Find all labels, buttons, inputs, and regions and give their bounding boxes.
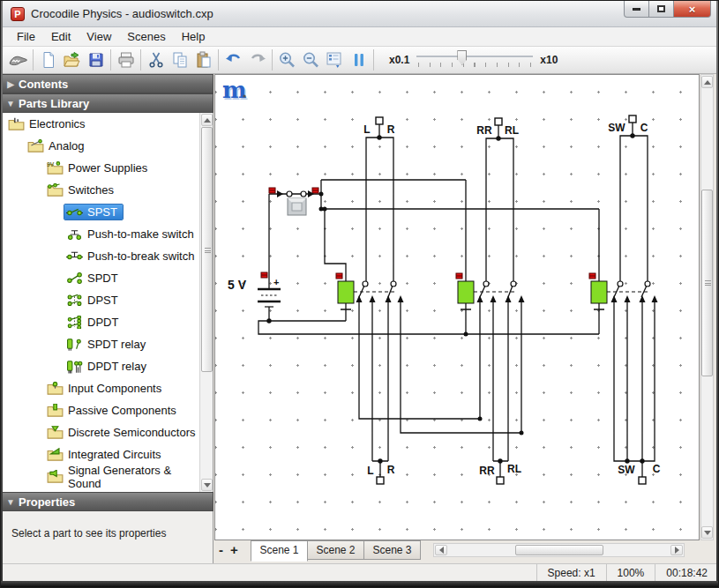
tree-item-label: Push-to-make switch bbox=[87, 227, 194, 241]
toolbar-separator bbox=[33, 49, 34, 71]
open-file-icon[interactable] bbox=[60, 48, 84, 71]
zoom-out-icon[interactable] bbox=[299, 48, 323, 71]
contact-arrow bbox=[356, 295, 658, 302]
tree-item-dpdt-relay[interactable]: DPDT relay bbox=[3, 355, 213, 377]
scrollbar-thumb[interactable] bbox=[515, 545, 603, 555]
svg-text:9V: 9V bbox=[47, 161, 55, 167]
zoom-minus-button[interactable]: - bbox=[214, 542, 228, 557]
tree-item-analog[interactable]: Analog bbox=[3, 135, 213, 157]
tree-item-power-supplies[interactable]: 9V Power Supplies bbox=[3, 157, 213, 179]
speed-slider[interactable] bbox=[416, 49, 533, 71]
tree-item-input-components[interactable]: Input Components bbox=[3, 377, 213, 399]
zoom-plus-button[interactable]: + bbox=[228, 542, 241, 557]
speed-max-label: x10 bbox=[540, 54, 558, 66]
tree-item-switches[interactable]: Switches bbox=[3, 179, 213, 201]
canvas-vertical-scrollbar[interactable] bbox=[700, 74, 714, 540]
toolbar-separator bbox=[110, 49, 111, 71]
tab-scene-3[interactable]: Scene 3 bbox=[363, 540, 421, 560]
crocodile-icon[interactable] bbox=[6, 48, 30, 71]
tree-item-spdt-relay[interactable]: SPDT relay bbox=[3, 333, 213, 355]
tree-item-discrete-semiconductors[interactable]: Discrete Semiconductors bbox=[3, 421, 213, 443]
tree-item-electronics[interactable]: Electronics bbox=[3, 113, 213, 135]
circuit-canvas[interactable]: m m + 5 V bbox=[214, 74, 700, 540]
properties-section-header[interactable]: ▼ Properties bbox=[3, 492, 213, 511]
title-bar[interactable]: P Crocodile Physics - audioswitch.cxp × bbox=[3, 1, 718, 27]
expanded-arrow-icon: ▼ bbox=[3, 497, 19, 507]
tab-scene-1[interactable]: Scene 1 bbox=[251, 540, 308, 562]
menu-file[interactable]: File bbox=[10, 28, 42, 45]
terminal-label: SW bbox=[608, 122, 625, 134]
push-to-make-switch-icon bbox=[66, 227, 83, 241]
tree-item-label: DPDT relay bbox=[87, 360, 146, 373]
tree-item-label: DPDT bbox=[87, 316, 118, 329]
maximize-button[interactable] bbox=[649, 1, 674, 18]
scrollbar-thumb[interactable] bbox=[201, 127, 213, 372]
relay-coil-3[interactable] bbox=[591, 281, 607, 303]
paste-icon[interactable] bbox=[191, 48, 215, 71]
menu-scenes[interactable]: Scenes bbox=[120, 28, 172, 45]
zoom-in-icon[interactable] bbox=[275, 48, 299, 71]
collapsed-arrow-icon: ▶ bbox=[3, 79, 19, 89]
new-document-icon[interactable] bbox=[36, 48, 60, 71]
menu-view[interactable]: View bbox=[79, 28, 118, 45]
tree-scrollbar[interactable] bbox=[199, 113, 213, 492]
toolbar-separator bbox=[140, 49, 141, 71]
terminal-label: SW bbox=[618, 464, 635, 476]
menu-edit[interactable]: Edit bbox=[44, 28, 78, 45]
battery-voltage-label: 5 V bbox=[228, 278, 247, 292]
redo-icon[interactable] bbox=[245, 48, 269, 71]
contact-pivot bbox=[287, 191, 650, 287]
parts-library-section-header[interactable]: ▼ Parts Library bbox=[3, 93, 213, 113]
zoom-options-icon[interactable] bbox=[323, 48, 347, 71]
circuit-drawing: m m + 5 V bbox=[215, 75, 700, 540]
tree-item-signal-generators[interactable]: Signal Generators & Sound bbox=[3, 465, 213, 488]
terminal-label: L bbox=[363, 123, 370, 136]
tree-item-push-to-break[interactable]: Push-to-break switch bbox=[3, 245, 213, 267]
tree-item-push-to-make[interactable]: Push-to-make switch bbox=[3, 223, 213, 245]
menu-help[interactable]: Help bbox=[175, 28, 213, 45]
canvas-horizontal-scrollbar[interactable] bbox=[433, 543, 685, 557]
scrollbar-right-arrow[interactable] bbox=[670, 545, 683, 555]
terminal-label: C bbox=[640, 122, 648, 134]
tree-item-dpdt[interactable]: DPDT bbox=[3, 311, 213, 333]
scrollbar-up-arrow[interactable] bbox=[701, 76, 713, 88]
tree-item-label: Analog bbox=[49, 139, 84, 153]
dpst-switch-icon bbox=[66, 294, 83, 307]
scrollbar-down-arrow[interactable] bbox=[201, 479, 213, 491]
save-icon[interactable] bbox=[84, 48, 108, 71]
cut-icon[interactable] bbox=[144, 48, 168, 71]
relay-coil-1[interactable] bbox=[338, 281, 354, 303]
tree-item-label: Signal Generators & Sound bbox=[68, 464, 207, 490]
copy-icon[interactable] bbox=[168, 48, 191, 71]
relay-coil-2[interactable] bbox=[458, 281, 474, 303]
terminal-label: RR bbox=[476, 124, 492, 137]
tree-item-passive-components[interactable]: Passive Components bbox=[3, 399, 213, 421]
tree-item-dpst[interactable]: DPST bbox=[3, 289, 213, 311]
scrollbar-down-arrow[interactable] bbox=[701, 526, 713, 539]
window-frame bbox=[1, 581, 719, 587]
tree-item-label: Power Supplies bbox=[68, 161, 147, 175]
junction-dot bbox=[266, 133, 644, 463]
scrollbar-up-arrow[interactable] bbox=[201, 114, 213, 126]
folder-switches-icon bbox=[47, 183, 64, 197]
minimize-button[interactable] bbox=[624, 1, 649, 18]
tab-scene-2[interactable]: Scene 2 bbox=[307, 540, 364, 560]
print-icon[interactable] bbox=[114, 48, 138, 71]
close-button[interactable]: × bbox=[674, 1, 711, 18]
scrollbar-thumb[interactable] bbox=[701, 190, 713, 376]
tree-item-label: Integrated Circuits bbox=[68, 448, 161, 461]
push-to-break-switch-icon bbox=[66, 249, 83, 263]
terminal-label: R bbox=[387, 464, 395, 476]
tree-item-spst[interactable]: SPST bbox=[3, 201, 213, 223]
parts-tree: Electronics Analog 9V Power Supplies Swi… bbox=[3, 113, 213, 492]
properties-panel: Select a part to see its properties bbox=[3, 511, 213, 563]
undo-icon[interactable] bbox=[221, 48, 245, 71]
scrollbar-left-arrow[interactable] bbox=[435, 545, 447, 555]
tree-item-label: SPDT relay bbox=[87, 338, 146, 351]
pause-icon[interactable] bbox=[347, 48, 371, 71]
battery-plus-label: + bbox=[273, 277, 279, 287]
contents-section-header[interactable]: ▶ Contents bbox=[3, 74, 213, 93]
status-zoom-level: 100% bbox=[606, 564, 655, 583]
tree-item-spdt[interactable]: SPDT bbox=[3, 267, 213, 289]
parts-library-header-label: Parts Library bbox=[19, 97, 89, 110]
